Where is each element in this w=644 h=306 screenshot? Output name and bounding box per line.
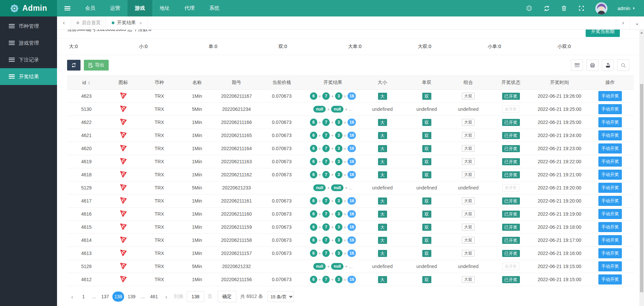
chevron-down-icon: ▼ (632, 7, 635, 10)
manual-draw-button[interactable]: 手动开奖 (598, 130, 622, 140)
manual-draw-button[interactable]: 手动开奖 (598, 170, 622, 180)
sidebar-item-2[interactable]: 游戏管理 (0, 35, 57, 51)
nav-item-2[interactable]: 运营 (103, 0, 127, 16)
column-header-6[interactable]: 当前价格 (257, 76, 307, 90)
cell-coin: TRX (141, 116, 178, 129)
result-sum: 16 (347, 158, 356, 165)
jump-confirm-button[interactable]: 确定 (218, 291, 236, 302)
plus-sign: + (345, 107, 347, 112)
result-number: 7 (322, 171, 330, 178)
print-button[interactable] (586, 59, 598, 71)
per-page-select[interactable]: 15 条/页 (268, 291, 294, 302)
tabs-scroll-left-button[interactable]: ‹ (57, 16, 71, 29)
cell-status: 已开奖 (489, 142, 533, 155)
column-header-11[interactable]: 开奖状态 (489, 76, 533, 90)
result-sum: 16 (347, 197, 356, 205)
status-open-badge: 已开奖 (502, 224, 520, 231)
cell-period: 202206211158 (216, 234, 257, 247)
column-header-4[interactable]: 名称 (178, 76, 216, 90)
manual-draw-button[interactable]: 手动开奖 (598, 196, 622, 206)
column-header-8[interactable]: 大小 (359, 76, 406, 90)
column-header-5[interactable]: 期号 (216, 76, 257, 90)
table-row: 4623 TRX1Min2022062111670.0706736+7+3=16… (67, 90, 634, 103)
page-number-1[interactable]: 1 (78, 292, 89, 302)
page-number-138[interactable]: 138 (112, 292, 124, 302)
stat-item-8: 小双:0 (557, 44, 627, 50)
nav-item-4[interactable]: 地址 (152, 0, 177, 16)
sidebar-item-3[interactable]: 下注记录 (0, 51, 57, 68)
manual-draw-button[interactable]: 手动开奖 (598, 222, 622, 232)
fullscreen-icon[interactable] (578, 5, 585, 12)
column-header-7[interactable]: 开奖结果 (307, 76, 359, 90)
columns-toggle-button[interactable] (571, 59, 583, 71)
cell-time: 2022-06-21 19:15:00 (533, 260, 586, 273)
result-number: 3 (335, 250, 342, 257)
open-current-period-button[interactable]: 开奖当前期 (586, 30, 620, 37)
nav-item-5[interactable]: 代理 (177, 0, 202, 16)
sort-desc-icon[interactable]: ▼ (88, 83, 90, 85)
export-data-button[interactable] (602, 59, 614, 71)
column-header-2[interactable]: 图标 (106, 76, 141, 90)
column-header-1[interactable]: id▲▼ (67, 76, 106, 90)
column-header-label: id (83, 80, 86, 85)
scrollbar-thumb[interactable] (640, 84, 643, 292)
column-header-3[interactable]: 币种 (141, 76, 178, 90)
sidebar-item-4[interactable]: 开奖结果 (0, 68, 57, 85)
page-number-137[interactable]: 137 (99, 292, 111, 302)
refresh-icon[interactable] (543, 5, 550, 12)
sort-icons[interactable]: ▲▼ (88, 81, 90, 85)
cell-result: 6+7+3=16 (307, 247, 359, 260)
tab-2[interactable]: 开奖结果× (106, 16, 148, 29)
tab-1[interactable]: 后台首页 (71, 16, 106, 29)
cell-id: 4618 (67, 168, 106, 181)
tabs-menu-button[interactable]: ⌄ (630, 16, 644, 29)
page-number-461[interactable]: 461 (148, 292, 160, 302)
sidebar-item-1[interactable]: 币种管理 (0, 18, 57, 35)
cell-status: 已开奖 (489, 194, 533, 208)
trx-coin-icon (119, 223, 127, 231)
manual-draw-button[interactable]: 手动开奖 (598, 209, 622, 219)
tab-close-icon[interactable]: × (139, 20, 142, 26)
prev-page-button[interactable]: ‹ (67, 292, 77, 302)
manual-draw-button[interactable]: 手动开奖 (598, 117, 622, 127)
menu-list-icon (9, 74, 15, 79)
app-logo[interactable]: Admin (0, 0, 57, 16)
jump-page-input[interactable] (187, 291, 204, 302)
user-avatar[interactable] (595, 2, 607, 14)
column-header-12[interactable]: 开奖时间 (533, 76, 586, 90)
vertical-scrollbar[interactable] (639, 30, 644, 306)
nav-item-6[interactable]: 系统 (202, 0, 227, 16)
trash-icon[interactable] (560, 5, 568, 12)
result-number: 6 (310, 92, 317, 100)
manual-draw-button[interactable]: 手动开奖 (598, 235, 622, 245)
nav-item-3[interactable]: 游戏 (127, 0, 152, 16)
cell-parity: 双 (406, 273, 447, 286)
scrollbar-up-arrow-icon[interactable] (640, 32, 643, 34)
size-undefined: undefined (372, 185, 393, 190)
sidebar: 币种管理 游戏管理 下注记录 开奖结果 (0, 16, 57, 306)
nav-item-1[interactable]: 会员 (78, 0, 103, 16)
theme-icon[interactable] (526, 5, 533, 12)
refresh-table-button[interactable] (67, 60, 80, 71)
tabs-scroll-right-button[interactable]: › (616, 16, 630, 29)
manual-draw-button[interactable]: 手动开奖 (598, 183, 622, 193)
column-header-9[interactable]: 单双 (406, 76, 447, 90)
cell-time: 2022-06-21 19:19:00 (533, 208, 586, 221)
manual-draw-button[interactable]: 手动开奖 (598, 261, 622, 271)
size-badge: 大 (378, 224, 387, 231)
manual-draw-button[interactable]: 手动开奖 (598, 91, 622, 101)
manual-draw-button[interactable]: 手动开奖 (598, 157, 622, 167)
next-page-button[interactable]: › (161, 292, 171, 302)
search-button[interactable] (617, 59, 629, 71)
export-button[interactable]: 导出 (84, 60, 109, 71)
user-menu[interactable]: admin ▼ (618, 6, 635, 11)
column-header-10[interactable]: 组合 (447, 76, 489, 90)
export-label: 导出 (95, 62, 104, 68)
column-header-13[interactable]: 操作 (586, 76, 634, 90)
page-number-139[interactable]: 139 (125, 292, 137, 302)
manual-draw-button[interactable]: 手动开奖 (598, 274, 622, 285)
manual-draw-button[interactable]: 手动开奖 (598, 143, 622, 154)
manual-draw-button[interactable]: 手动开奖 (598, 248, 622, 258)
sidebar-toggle-button[interactable] (57, 0, 78, 16)
manual-draw-button[interactable]: 手动开奖 (598, 104, 622, 114)
